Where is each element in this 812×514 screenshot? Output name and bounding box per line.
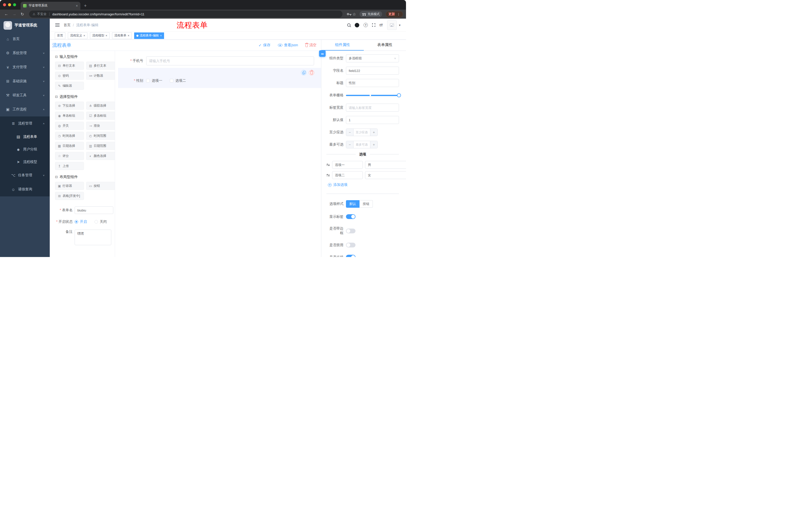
font-size-icon[interactable]: tT <box>380 23 383 27</box>
status-off-radio[interactable]: 关闭 <box>94 219 107 224</box>
field-name-input[interactable] <box>346 66 399 75</box>
default-value-input[interactable] <box>346 116 399 124</box>
sidebar-item[interactable]: ⚙ 系统管理 ∨ <box>0 46 50 60</box>
tag-close-icon[interactable]: × <box>83 34 85 37</box>
style-button-button[interactable]: 按钮 <box>359 200 373 208</box>
drag-handle-icon[interactable] <box>326 163 330 166</box>
help-icon[interactable]: ? <box>364 23 368 27</box>
toggle-switch[interactable] <box>346 255 355 257</box>
sidebar-item[interactable]: ⌥ 任务管理 ∨ <box>0 168 50 182</box>
toggle-switch[interactable] <box>346 243 355 247</box>
tab-component-props[interactable]: 组件属性 <box>321 40 364 51</box>
tag-tab[interactable]: 流程定义 × <box>68 32 87 39</box>
save-button[interactable]: ✓ 保存 <box>259 43 270 48</box>
browser-menu-icon[interactable]: ⋮ <box>397 12 400 16</box>
new-tab-button[interactable]: + <box>84 3 87 8</box>
form-remark-textarea[interactable]: 嘿嘿 <box>75 229 111 245</box>
sidebar-item[interactable]: ⌂ 首页 <box>0 32 50 46</box>
palette-item[interactable]: ⊸ 滑块 <box>86 122 115 130</box>
option-value-input[interactable] <box>365 171 406 179</box>
palette-item[interactable]: ▣ 行容器 <box>55 182 84 190</box>
option-label-input[interactable] <box>332 171 363 179</box>
browser-tab[interactable]: 芋道管理系统 × <box>21 2 80 9</box>
title-input[interactable] <box>346 79 399 87</box>
palette-item[interactable]: ▥ 日期范围 <box>86 142 115 150</box>
github-icon[interactable] <box>355 23 359 27</box>
palette-item[interactable]: ▤ 多行文本 <box>86 62 115 70</box>
tag-tab[interactable]: 流程模型 × <box>90 32 110 39</box>
add-option-button[interactable]: 添加选项 <box>328 183 399 187</box>
tag-close-icon[interactable]: × <box>160 34 162 37</box>
sidebar-item[interactable]: ⊞ 基础设施 ∨ <box>0 74 50 88</box>
link-icon[interactable]: ∞ <box>319 50 326 57</box>
sidebar-item[interactable]: ☻ 用户分组 <box>0 143 50 156</box>
clear-button[interactable]: 清空 <box>306 43 317 48</box>
max-select-value[interactable]: 最多可选 <box>353 141 370 148</box>
palette-item[interactable]: ▭ 按钮 <box>86 182 115 190</box>
tab-form-props[interactable]: 表单属性 <box>364 40 406 51</box>
canvas-field-phone[interactable]: 手机号 <box>118 56 316 66</box>
palette-item[interactable]: ◷ 时间选择 <box>55 132 84 140</box>
view-json-button[interactable]: 查看json <box>278 43 298 48</box>
palette-item[interactable]: ◐ 颜色选择 <box>86 152 115 160</box>
minimize-window-button[interactable] <box>8 3 11 6</box>
slider-handle[interactable] <box>397 93 401 97</box>
sidebar-item[interactable]: ▤ 流程表单 <box>0 131 50 143</box>
forward-button[interactable]: → <box>11 12 18 16</box>
fullscreen-icon[interactable] <box>372 23 375 27</box>
update-button[interactable]: 更新 ⋮ <box>386 11 403 17</box>
palette-item[interactable]: ⊚ 下拉选择 <box>55 102 84 110</box>
label-width-input[interactable] <box>346 104 399 112</box>
canvas-field-gender-selected[interactable]: 性别 选项一 选项二 <box>118 68 321 88</box>
form-name-input[interactable] <box>75 207 113 214</box>
palette-item[interactable]: ⋔ 级联选择 <box>86 102 115 110</box>
palette-item[interactable]: ☆ 评分 <box>55 152 84 160</box>
password-key-icon[interactable] <box>347 13 349 15</box>
palette-item[interactable]: ⊙ 密码 <box>55 72 84 80</box>
tag-close-icon[interactable]: × <box>106 34 107 37</box>
avatar[interactable] <box>387 20 397 30</box>
palette-item[interactable]: ↥ 上传 <box>55 162 84 170</box>
min-select-value[interactable]: 至少应选 <box>353 129 370 136</box>
decrease-button[interactable]: − <box>346 141 353 148</box>
palette-item[interactable]: ✎ 编辑器 <box>55 82 84 90</box>
toggle-switch[interactable] <box>346 214 355 219</box>
address-bar[interactable]: ⚠ 不安全 dashboard.yudao.iocoder.cn/bpm/man… <box>29 10 343 18</box>
sidebar-item[interactable]: ➤ 流程模型 <box>0 156 50 168</box>
tag-tab[interactable]: 流程表单 × <box>112 32 132 39</box>
palette-item[interactable]: 123 计数器 <box>86 72 115 80</box>
bookmark-star-icon[interactable]: ☆ <box>352 12 356 17</box>
close-window-button[interactable] <box>3 3 6 6</box>
sidebar-item[interactable]: ▣ 工作流程 ∧ <box>0 102 50 116</box>
form-grid-slider[interactable] <box>346 91 399 99</box>
status-on-radio[interactable]: 开启 <box>75 219 87 224</box>
palette-item[interactable]: ⊟ 单行文本 <box>55 62 84 70</box>
caret-down-icon[interactable]: ▾ <box>399 23 401 27</box>
breadcrumb-home[interactable]: 首页 <box>63 23 70 27</box>
style-default-button[interactable]: 默认 <box>346 200 359 208</box>
phone-input[interactable] <box>146 56 314 65</box>
tag-close-icon[interactable]: × <box>127 34 129 37</box>
palette-item[interactable]: ◍ 开关 <box>55 122 84 130</box>
toggle-switch[interactable] <box>346 228 355 233</box>
back-button[interactable]: ← <box>3 12 9 16</box>
increase-button[interactable]: + <box>370 129 377 136</box>
palette-item[interactable]: ◴ 时间范围 <box>86 132 115 140</box>
palette-item[interactable]: ◉ 单选框组 <box>55 112 84 120</box>
palette-item[interactable]: ⊞ 表格[开发中] <box>55 192 84 200</box>
gender-option1-checkbox[interactable]: 选项一 <box>146 78 162 83</box>
hamburger-icon[interactable] <box>55 23 60 27</box>
palette-item[interactable]: ▦ 日期选择 <box>55 142 84 150</box>
option-label-input[interactable] <box>332 161 363 169</box>
tag-tab[interactable]: 首页 <box>55 32 65 39</box>
sidebar-item[interactable]: ☺ 请假查询 <box>0 182 50 196</box>
zoom-window-button[interactable] <box>13 3 16 6</box>
tab-close-icon[interactable]: × <box>76 4 78 8</box>
component-type-select[interactable]: 多选框组 ∨ <box>346 54 399 62</box>
search-icon[interactable] <box>347 23 350 27</box>
sidebar-item[interactable]: ¥ 支付管理 ∨ <box>0 60 50 74</box>
sidebar-item[interactable]: ≣ 流程管理 ∧ <box>0 116 50 131</box>
drag-handle-icon[interactable] <box>326 174 330 177</box>
delete-field-button[interactable] <box>309 70 314 76</box>
copy-field-button[interactable] <box>301 70 307 76</box>
